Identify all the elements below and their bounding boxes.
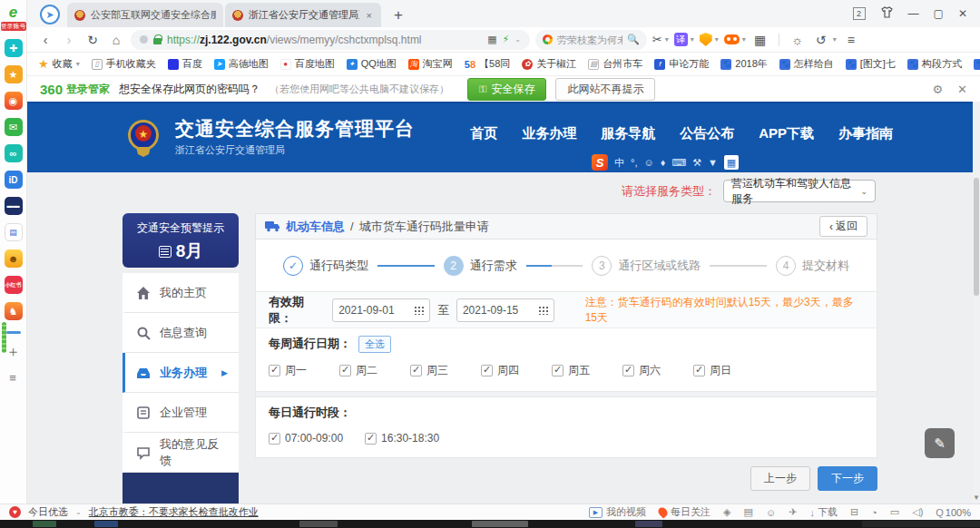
search-input[interactable] [557,34,622,45]
ime-grid-icon[interactable]: ▦ [724,155,739,170]
news-headline-link[interactable]: 北京市教委：不要求家长检查批改作业 [89,505,259,519]
my-videos[interactable]: ▶我的视频 [589,505,646,519]
status-shield-icon[interactable]: ◈ [723,506,730,518]
address-bar[interactable]: https://zj.122.gov.cn/views/memyy/cshctx… [131,30,530,50]
date-to-field[interactable] [456,298,554,322]
mail-app-icon[interactable]: ✉ [5,118,23,136]
sidebar-item-my-home[interactable]: 我的主页 [122,273,239,313]
date-to-input[interactable] [463,304,532,317]
sogou-logo-icon[interactable]: S [592,154,608,171]
select-all-button[interactable]: 全选 [358,336,391,353]
tab-count-badge[interactable]: 2 [853,7,866,20]
calendar-picker-icon[interactable] [537,305,548,315]
ime-punctuation-icon[interactable]: °, [631,157,637,168]
status-incognito-icon[interactable]: ◔ [871,507,877,518]
safety-notice-card[interactable]: 交通安全预警提示 8月 [122,213,239,268]
xiaohongshu-app-icon[interactable]: 小红书 [5,276,23,294]
checkbox-friday[interactable]: 周五 [552,363,622,378]
game-app-icon[interactable]: ♞ [5,302,23,320]
ime-voice-icon[interactable]: ♦ [661,157,666,168]
daily-picks-label[interactable]: 今日优选 [28,505,68,519]
page-url[interactable]: https://zj.122.gov.cn/views/memyy/cshctx… [167,34,422,46]
favorites-app-icon[interactable]: ★ [5,65,23,83]
nav-business[interactable]: 业务办理 [522,125,576,142]
pwdbar-settings-icon[interactable]: ⚙ [932,83,943,96]
nav-handbook[interactable]: 办事指南 [838,125,893,142]
date-from-field[interactable] [332,298,430,322]
brightness-icon[interactable]: ☼ [789,33,807,47]
ime-chinese-mode-icon[interactable]: 中 [614,156,624,170]
nav-app-download[interactable]: APP下载 [759,125,814,142]
forward-icon[interactable]: › [60,33,78,47]
screenshot-tool[interactable]: ✂▾ [652,33,669,46]
bookmark-qqmap[interactable]: ✦QQ地图 [347,57,397,71]
bookmark-gaode[interactable]: ➤高德地图 [214,57,269,71]
new-tab-button[interactable]: + [383,3,414,27]
sidebar-item-feedback[interactable]: 我的意见反馈 [122,433,239,473]
status-car-icon[interactable]: ⊟ [850,506,858,518]
zoom-level[interactable]: Q100% [936,507,971,518]
bookmark-baidu[interactable]: 百度 [168,57,202,71]
weibo-app-icon[interactable]: ◉ [5,92,23,110]
tab-zhejiang-active[interactable]: 浙江省公安厅交通管理局互联网 × [225,3,381,27]
dismiss-password-button[interactable]: 此网站不再提示 [555,78,655,101]
checkbox-monday[interactable]: 周一 [269,363,339,378]
id-app-icon[interactable]: iD [5,171,23,189]
rail-slider[interactable] [2,322,6,353]
site-info-icon[interactable] [140,35,148,44]
games-tool[interactable]: ▾ [724,34,746,44]
checkbox-slot-evening[interactable]: 16:30-18:30 [365,432,439,445]
status-image-icon[interactable]: ▤ [744,506,753,518]
doc-app-icon[interactable]: ▤ [5,223,23,241]
service-type-select[interactable]: 营运机动车和驾驶人信息服务 ⌄ [723,180,876,202]
bookmark-58[interactable]: 58【58同 [465,57,511,71]
menu-hamburger-icon[interactable]: ≡ [842,33,860,47]
windows-taskbar[interactable] [0,520,980,528]
checkbox-tuesday[interactable]: 周二 [339,363,410,378]
address-dropdown-icon[interactable]: ⌄ [514,35,521,44]
browser-360-logo-icon[interactable]: e [3,4,24,22]
sidebar-item-business[interactable]: 业务办理 ▶ [122,353,239,393]
previous-step-button[interactable]: 上一步 [750,466,810,491]
back-button[interactable]: ‹返回 [819,216,867,237]
status-window-icon[interactable]: ▭ [890,506,899,518]
ime-emoji-icon[interactable]: ☺ [643,157,653,168]
ime-tools-icon[interactable]: ⚒ [692,157,701,169]
search-box[interactable]: 🔍 [535,30,647,50]
bookmark-zenyang[interactable]: 🐾怎样给自 [779,57,834,71]
history-undo-tool[interactable]: ↺▾ [812,33,837,47]
status-sound-icon[interactable]: ◁) [912,506,923,518]
close-window-icon[interactable]: ✕ [958,7,967,20]
checkbox-slot-morning[interactable]: 07:00-09:00 [269,432,343,445]
checkbox-thursday[interactable]: 周四 [481,363,552,378]
heart-badge-icon[interactable]: ♥ [9,506,21,518]
qr-code-icon[interactable]: ▦ [487,34,496,45]
health-app-icon[interactable]: ✚ [5,39,23,57]
date-from-input[interactable] [338,304,407,317]
bookmark-baidumap[interactable]: ●百度地图 [280,57,335,71]
bookmark-tuwen[interactable]: 🐾[图文]七 [846,57,896,71]
checkbox-saturday[interactable]: 周六 [622,363,693,378]
bookmark-mobile[interactable]: ▯手机收藏夹 [92,57,156,71]
navy-text-app-icon[interactable]: ▬▬ [5,197,23,215]
status-smiley-icon[interactable]: ☺ [766,507,776,518]
next-step-button[interactable]: 下一步 [818,466,877,491]
news-collapse-icon[interactable]: ⌄ [75,508,82,516]
daily-follow[interactable]: 每日关注 [659,505,710,519]
close-tab-icon[interactable]: × [365,10,374,21]
scrollbar-thumb[interactable] [974,178,979,296]
search-icon[interactable]: 🔍 [627,34,640,45]
translate-tool[interactable]: 译▾ [674,33,694,46]
login-account-label[interactable]: 登录账号 [1,22,26,31]
sidebar-item-enterprise[interactable]: 企业管理 [122,393,239,433]
bookmark-favorites[interactable]: ★收藏▾ [38,57,80,71]
bookmark-gouduan[interactable]: 🐾构段方式 [907,57,962,71]
bookmark-taizhou[interactable]: ▤台州市车 [588,57,642,71]
downloads[interactable]: ↓下载 [809,505,838,519]
speed-icon[interactable]: ⚡ [503,34,510,45]
nav-service-guide[interactable]: 服务导航 [601,125,655,142]
game-face-app-icon[interactable]: ☻ [5,249,23,268]
minimize-icon[interactable]: — [908,7,919,20]
bookmark-jiaojiang[interactable]: ✿关于椒江 [522,57,576,71]
bookmark-taobao[interactable]: 淘淘宝网 [408,57,453,71]
